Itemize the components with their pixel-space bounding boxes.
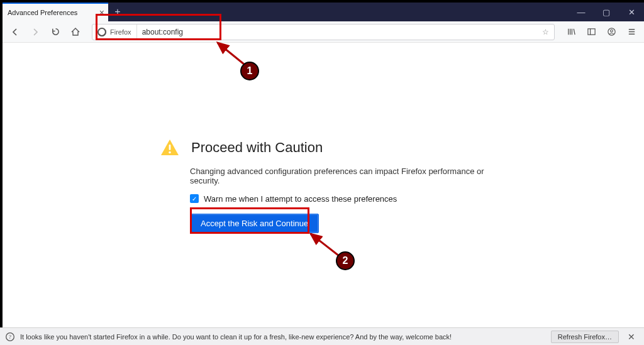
browser-tab[interactable]: Advanced Preferences × xyxy=(3,3,108,21)
checkbox-label: Warn me when I attempt to access these p… xyxy=(204,194,397,204)
arrow-right-icon xyxy=(30,27,40,37)
library-button[interactable] xyxy=(562,24,580,40)
minimize-button[interactable]: — xyxy=(569,3,594,21)
svg-point-3 xyxy=(610,30,613,32)
sidebar-button[interactable] xyxy=(582,24,600,40)
close-tab-icon[interactable]: × xyxy=(99,8,104,18)
notification-message: It looks like you haven't started Firefo… xyxy=(20,333,546,341)
home-button[interactable] xyxy=(67,24,84,40)
account-button[interactable] xyxy=(602,24,620,40)
arrow-left-icon xyxy=(10,27,20,37)
svg-point-5 xyxy=(169,151,171,153)
url-text: about:config xyxy=(137,28,542,36)
identity-label: Firefox xyxy=(110,28,131,36)
annotation-arrow-1 xyxy=(210,39,260,77)
reload-icon xyxy=(51,27,60,36)
annotation-badge-1: 1 xyxy=(240,62,259,80)
maximize-button[interactable]: ▢ xyxy=(594,3,619,21)
svg-rect-0 xyxy=(587,29,594,35)
library-icon xyxy=(567,27,576,36)
firefox-icon xyxy=(97,28,106,36)
warning-icon xyxy=(160,138,180,158)
account-icon xyxy=(607,27,616,36)
close-window-button[interactable]: ✕ xyxy=(619,3,644,21)
refresh-firefox-button[interactable]: Refresh Firefox… xyxy=(551,331,619,343)
notification-close-icon[interactable]: ✕ xyxy=(624,332,639,342)
hamburger-icon xyxy=(627,27,636,36)
annotation-badge-2: 2 xyxy=(336,251,355,270)
about-config-warning: Proceed with Caution Changing advanced c… xyxy=(160,138,487,233)
svg-line-6 xyxy=(218,43,248,67)
info-icon: ? xyxy=(5,332,15,342)
nav-toolbar: Firefox about:config ☆ xyxy=(3,21,644,43)
reload-button[interactable] xyxy=(47,24,64,40)
svg-line-7 xyxy=(311,234,342,258)
warning-title: Proceed with Caution xyxy=(191,140,323,156)
svg-text:?: ? xyxy=(9,334,11,340)
svg-rect-4 xyxy=(169,145,171,150)
accept-risk-button[interactable]: Accept the Risk and Continue xyxy=(190,214,319,233)
app-menu-button[interactable] xyxy=(623,24,640,40)
warn-me-checkbox[interactable]: ✓ Warn me when I attempt to access these… xyxy=(190,194,487,204)
warning-description: Changing advanced configuration preferen… xyxy=(190,167,487,185)
back-button[interactable] xyxy=(6,24,24,40)
forward-button[interactable] xyxy=(26,24,44,40)
new-tab-button[interactable]: + xyxy=(108,3,127,21)
home-icon xyxy=(70,27,80,37)
sidebar-icon xyxy=(587,27,596,36)
address-bar[interactable]: Firefox about:config ☆ xyxy=(92,24,555,40)
bookmark-star-icon[interactable]: ☆ xyxy=(542,28,549,36)
checkbox-checked-icon: ✓ xyxy=(190,194,199,203)
content-area: Proceed with Caution Changing advanced c… xyxy=(3,43,644,327)
titlebar: Advanced Preferences × + — ▢ ✕ xyxy=(3,3,644,21)
identity-box[interactable]: Firefox xyxy=(92,25,137,40)
tab-title: Advanced Preferences xyxy=(8,9,77,16)
annotation-arrow-2 xyxy=(304,230,355,268)
notification-bar: ? It looks like you haven't started Fire… xyxy=(1,327,644,345)
